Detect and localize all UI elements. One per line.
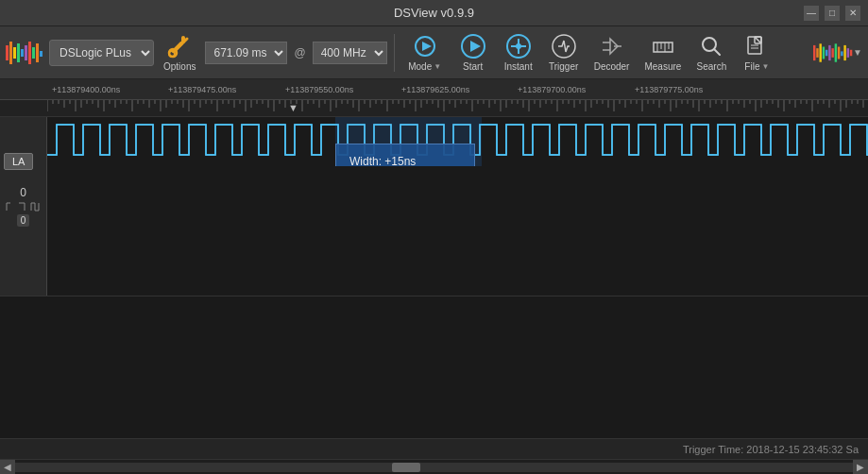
channel-value: 0: [17, 214, 30, 227]
svg-rect-40: [816, 48, 818, 58]
wrench-icon: [164, 33, 195, 59]
trigger-button[interactable]: Trigger: [543, 29, 585, 76]
file-button[interactable]: File ▼: [736, 29, 777, 76]
trigger-label: Trigger: [549, 61, 578, 72]
file-icon: [741, 33, 772, 59]
trigger-icon: [549, 33, 579, 59]
svg-rect-51: [850, 49, 852, 55]
at-separator: @: [291, 46, 308, 59]
app-title: DSView v0.9.9: [64, 6, 804, 20]
measure-icon: [648, 33, 678, 59]
time-ruler: +113879400.00ns +113879475.00ns +1138795…: [0, 79, 868, 100]
options-label: Options: [163, 61, 196, 72]
toolbar-separator-1: [394, 34, 395, 72]
mini-waveform-right: ▼: [813, 34, 862, 72]
channel-number: 0: [20, 186, 26, 199]
svg-rect-28: [654, 42, 672, 52]
svg-rect-50: [847, 48, 849, 58]
svg-rect-39: [813, 44, 815, 59]
svg-line-34: [714, 49, 720, 55]
device-selector[interactable]: DSLogic PLus: [49, 40, 154, 66]
svg-rect-6: [28, 42, 31, 64]
mode-button[interactable]: Mode ▼: [401, 29, 449, 76]
start-icon: [458, 33, 488, 59]
scroll-left-button[interactable]: ◀: [0, 460, 15, 475]
time-selector[interactable]: 671.09 ms: [205, 42, 287, 64]
svg-point-14: [169, 51, 175, 57]
svg-rect-7: [32, 47, 35, 59]
measure-button[interactable]: Measure: [638, 29, 687, 76]
file-arrow-icon: ▼: [761, 62, 769, 71]
start-label: Start: [463, 61, 483, 72]
close-button[interactable]: ✕: [845, 6, 860, 21]
signal-area: LA +113879400.00ns +113879475.00ns +1138…: [0, 79, 868, 474]
scroll-track[interactable]: [15, 463, 853, 472]
la-button[interactable]: LA: [4, 153, 33, 170]
svg-rect-48: [841, 51, 842, 56]
decoder-button[interactable]: Decoder: [588, 29, 636, 76]
svg-point-23: [553, 35, 575, 58]
options-button[interactable]: Options: [158, 29, 201, 76]
svg-marker-16: [422, 42, 432, 51]
toolbar: DSLogic PLus Options 671.09 ms @ 400 MHz: [0, 26, 868, 79]
mode-icon: [410, 33, 440, 59]
channel-area: 0 0 Width: +1: [0, 117, 868, 296]
svg-rect-1: [9, 42, 12, 64]
decoder-label: Decoder: [594, 61, 630, 72]
channel-label: 0 0: [0, 117, 47, 296]
svg-rect-49: [843, 44, 845, 59]
svg-rect-0: [6, 45, 9, 60]
svg-rect-44: [828, 44, 830, 59]
svg-rect-41: [819, 43, 821, 61]
svg-rect-46: [835, 43, 837, 61]
scroll-right-button[interactable]: ▶: [853, 460, 868, 475]
measure-width: Width: +15ns: [349, 152, 461, 166]
tick-ruler: ▼: [0, 100, 868, 117]
h-scrollbar: ◀ ▶: [0, 459, 868, 474]
mode-arrow-icon: ▼: [434, 62, 441, 71]
svg-rect-9: [40, 51, 43, 57]
channel-header: 0: [20, 186, 26, 199]
title-bar: DSView v0.9.9 — □ ✕: [0, 0, 868, 26]
time-mark-1: +113879400.00ns: [52, 85, 120, 94]
svg-point-22: [516, 43, 521, 49]
time-mark-4: +113879625.00ns: [401, 85, 469, 94]
svg-rect-45: [831, 48, 833, 58]
svg-marker-18: [470, 41, 481, 52]
cursor-arrow: ▼: [288, 102, 298, 113]
measure-label: Measure: [644, 61, 681, 72]
instant-label: Instant: [504, 61, 533, 72]
svg-rect-2: [13, 47, 16, 59]
svg-rect-4: [21, 49, 24, 57]
measure-popup: Width: +15ns Period: +25ns Frequency: 40…: [335, 144, 475, 166]
freq-selector[interactable]: 400 MHz: [313, 42, 387, 64]
svg-rect-5: [25, 45, 27, 60]
search-icon: [696, 33, 726, 59]
search-button[interactable]: Search: [690, 29, 732, 76]
search-label: Search: [697, 61, 727, 72]
maximize-button[interactable]: □: [825, 6, 840, 21]
window-controls: — □ ✕: [804, 6, 860, 21]
svg-rect-42: [823, 46, 825, 59]
waveform-dropdown-arrow: ▼: [853, 47, 862, 58]
trigger-time: Trigger Time: 2018-12-15 23:45:32 Sa: [683, 444, 859, 455]
file-label: File: [744, 61, 759, 72]
svg-rect-8: [36, 43, 39, 62]
svg-rect-47: [838, 46, 840, 59]
minimize-button[interactable]: —: [804, 6, 819, 21]
time-mark-2: +113879475.00ns: [168, 85, 236, 94]
instant-button[interactable]: Instant: [498, 29, 539, 76]
time-mark-6: +113879775.00ns: [635, 85, 703, 94]
decoder-icon: [597, 33, 627, 59]
start-button[interactable]: Start: [452, 29, 494, 76]
status-bar: Trigger Time: 2018-12-15 23:45:32 Sa: [0, 438, 868, 459]
svg-rect-43: [825, 49, 827, 55]
edge-icons: [6, 202, 42, 212]
scroll-thumb[interactable]: [392, 463, 420, 472]
mini-waveform-left: [6, 34, 45, 72]
time-mark-5: +113879700.00ns: [518, 85, 586, 94]
mode-label: Mode: [408, 61, 432, 72]
waveform-container[interactable]: Width: +15ns Period: +25ns Frequency: 40…: [47, 117, 868, 166]
instant-icon: [503, 33, 534, 59]
time-mark-3: +113879550.00ns: [285, 85, 353, 94]
